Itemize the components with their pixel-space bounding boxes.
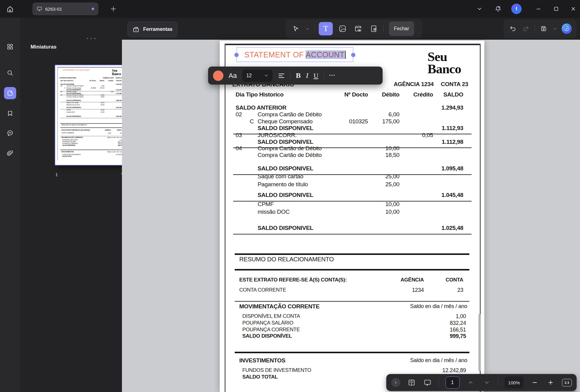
search-button[interactable] [4, 67, 16, 79]
ai-assistant-button[interactable] [562, 24, 572, 34]
toolbox-icon [132, 26, 140, 33]
page-layout-button[interactable] [407, 378, 417, 387]
font-size-value: 12 [246, 73, 252, 78]
ferramentas-button[interactable]: Ferramentas [127, 21, 178, 37]
statement-text: POUPANÇA SALÁRIO [242, 320, 293, 325]
collapse-bar-button[interactable]: › [391, 378, 400, 387]
notifications-button[interactable] [493, 3, 504, 14]
select-tool-dropdown[interactable] [304, 23, 310, 34]
save-icon [540, 25, 547, 32]
panel-drag-handle[interactable] [87, 38, 95, 39]
zoom-out-button[interactable] [530, 378, 540, 387]
grid-icon [6, 43, 14, 50]
minimize-button[interactable] [533, 3, 544, 14]
select-tool-button[interactable] [291, 23, 300, 34]
chevron-down-icon [264, 74, 268, 78]
font-family-button[interactable]: Aa [229, 72, 237, 80]
ai-icon [564, 26, 570, 32]
italic-button[interactable]: I [306, 71, 308, 80]
edit-image-tool-button[interactable] [337, 23, 348, 34]
edit-location-tool-button[interactable] [368, 23, 380, 34]
statement-text: Nº Docto [344, 92, 368, 97]
redo-button[interactable] [522, 23, 530, 34]
page-scrollbar[interactable] [479, 314, 481, 371]
statement-text: 1234 [412, 287, 424, 293]
font-color-swatch[interactable] [213, 71, 223, 81]
home-icon [6, 5, 14, 13]
statement-text: POUPANÇA CORRENTE [242, 327, 300, 332]
bookmarks-button[interactable] [4, 107, 16, 119]
previous-page-button[interactable] [466, 378, 475, 387]
statement-text: JUROS/CORR. [258, 132, 297, 138]
statement-text: 23 [457, 287, 463, 293]
home-button[interactable] [4, 3, 16, 15]
statement-text: 1.025,48 [441, 225, 463, 231]
left-rail [0, 18, 20, 392]
chevron-down-icon [477, 6, 482, 11]
bell-icon [495, 5, 501, 12]
statement-text: ESTE EXTRATO REFERE-SE À(S) CONTA(S): [239, 277, 347, 282]
font-size-select[interactable]: 12 [242, 70, 273, 82]
statement-text: 1.112,93 [442, 125, 463, 131]
statement-text: 1.112,98 [442, 139, 463, 145]
statement-rule [235, 269, 469, 270]
text-tool-icon: T [323, 25, 328, 33]
document-page[interactable]: STATEMENT OF ACCOUNT Seu Banco EXTRATO B… [220, 41, 484, 392]
presentation-mode-button[interactable] [423, 378, 432, 387]
toolbar-divider [439, 379, 439, 387]
next-page-button[interactable] [482, 378, 492, 387]
statement-text: Saque com cartão [258, 173, 303, 179]
statement-text: Compra Cartão de Débito [258, 111, 322, 117]
toolbar-divider [290, 72, 291, 80]
more-options-button[interactable]: ··· [329, 72, 336, 79]
toolbar-divider [314, 25, 315, 33]
statement-text: SALDO [443, 92, 463, 97]
page-thumbnail[interactable]: STATEMENT OF ACCOUNT Seu Banco EXTRATO B… [55, 65, 129, 165]
actual-size-button[interactable]: 1:1 [562, 379, 572, 387]
statement-text: 832,24 [450, 320, 466, 326]
toolbar-divider [498, 379, 498, 387]
statement-text: 010325 [349, 118, 368, 124]
unsaved-dot [92, 8, 94, 10]
apps-grid-button[interactable] [4, 41, 16, 53]
zoom-in-button[interactable] [546, 378, 556, 387]
save-button[interactable] [539, 23, 548, 34]
undo-button[interactable] [508, 23, 517, 34]
statement-rule [233, 234, 472, 234]
redo-icon [522, 25, 530, 32]
statement-text: Cheque Compensado [258, 118, 313, 124]
link-card-icon [354, 25, 362, 33]
bold-button[interactable]: B [296, 71, 301, 80]
align-button[interactable] [278, 72, 285, 79]
tab-list-button[interactable] [474, 3, 485, 14]
statement-text: 18,50 [385, 152, 399, 158]
statement-rule [235, 253, 469, 255]
maximize-icon [554, 6, 559, 11]
attachments-button[interactable] [4, 147, 16, 160]
zoom-level-display[interactable]: 100% [505, 376, 523, 389]
undo-icon [509, 25, 516, 32]
minimize-icon [536, 6, 541, 11]
document-tab[interactable]: 6263-01 [32, 2, 98, 15]
new-tab-button[interactable] [109, 4, 118, 13]
underline-button[interactable]: U [314, 72, 318, 80]
paperclip-icon [6, 150, 14, 157]
maximize-button[interactable] [551, 3, 562, 14]
cursor-icon [292, 25, 299, 32]
page-number-input[interactable]: 1 [446, 376, 460, 389]
edit-tool-group: T Fechar [286, 19, 422, 38]
statement-text: 6,00 [388, 111, 399, 117]
pages-panel-button[interactable] [4, 87, 16, 99]
comments-button[interactable] [4, 127, 16, 139]
save-dropdown[interactable] [552, 23, 557, 34]
chevron-down-icon [306, 27, 310, 31]
edit-text-tool-button[interactable]: T [319, 22, 333, 35]
close-button[interactable] [568, 3, 579, 14]
statement-text: 999,75 [450, 333, 466, 339]
bookmark-icon [7, 110, 13, 117]
avatar[interactable]: I [511, 4, 522, 14]
chat-icon [6, 129, 14, 137]
fechar-button[interactable]: Fechar [389, 21, 414, 36]
toolbar-divider [384, 25, 384, 33]
edit-link-tool-button[interactable] [352, 23, 364, 34]
